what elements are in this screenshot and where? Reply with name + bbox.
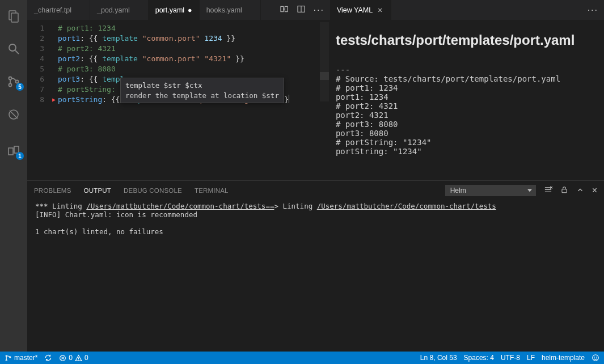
split-icon[interactable]: [297, 5, 306, 15]
tab-hooks[interactable]: hooks.yaml×: [200, 0, 261, 20]
panel-close-icon[interactable]: ×: [592, 185, 597, 196]
status-sync[interactable]: [44, 354, 52, 362]
svg-line-3: [15, 50, 19, 54]
svg-point-4: [9, 77, 12, 80]
svg-point-22: [6, 359, 7, 361]
tab-bar-left: _chartref.tpl× _pod.yaml× port.yaml● hoo…: [27, 0, 330, 20]
svg-point-31: [596, 357, 597, 358]
status-feedback-icon[interactable]: [592, 354, 599, 362]
svg-point-5: [9, 84, 12, 87]
status-encoding[interactable]: UTF-8: [501, 354, 520, 362]
svg-point-30: [594, 357, 595, 358]
diff-icon[interactable]: 1: [0, 139, 27, 162]
compare-icon[interactable]: [280, 5, 289, 15]
line-gutter: 1 2 3 4 5 6 7 8: [27, 20, 54, 180]
text-cursor: [289, 95, 289, 103]
svg-line-8: [10, 111, 18, 118]
preview-title: tests/charts/port/templates/port.yaml: [336, 32, 598, 48]
scm-badge: 5: [16, 83, 24, 91]
bottom-panel: PROBLEMS OUTPUT DEBUG CONSOLE TERMINAL H…: [27, 180, 604, 352]
tab-bar-right: View YAML× ···: [330, 0, 604, 20]
panel-tab-output[interactable]: OUTPUT: [84, 187, 111, 194]
diff-badge: 1: [16, 152, 24, 160]
source-control-icon[interactable]: 5: [0, 70, 27, 93]
tab-view-yaml[interactable]: View YAML×: [330, 0, 391, 20]
error-arrow-icon: ▶: [51, 95, 57, 105]
editor-group-left: _chartref.tpl× _pod.yaml× port.yaml● hoo…: [27, 0, 330, 180]
preview-content: --- # Source: tests/charts/port/template…: [336, 65, 598, 156]
svg-rect-11: [281, 6, 284, 11]
lock-scroll-icon[interactable]: [560, 186, 568, 195]
svg-rect-20: [562, 189, 567, 192]
more-icon[interactable]: ···: [314, 5, 324, 15]
editor-group-right: View YAML× ··· tests/charts/port/templat…: [330, 0, 604, 180]
output-content[interactable]: *** Linting /Users/mattbutcher/Code/comm…: [27, 200, 604, 352]
status-spaces[interactable]: Spaces: 4: [464, 354, 494, 362]
output-channel-select[interactable]: Helm: [445, 185, 536, 196]
status-eol[interactable]: LF: [527, 354, 535, 362]
tab-chartref[interactable]: _chartref.tpl×: [27, 0, 90, 20]
svg-point-29: [593, 355, 599, 361]
svg-rect-9: [9, 148, 13, 155]
svg-rect-12: [285, 6, 288, 11]
hover-tooltip: template $str $ctx render the template a…: [120, 78, 284, 103]
panel-tab-terminal[interactable]: TERMINAL: [195, 187, 229, 194]
minimap[interactable]: [320, 20, 329, 180]
explorer-icon[interactable]: [0, 5, 27, 27]
status-branch[interactable]: master*: [5, 354, 37, 362]
more-icon[interactable]: ···: [588, 5, 598, 15]
panel-tab-debug[interactable]: DEBUG CONSOLE: [124, 187, 182, 194]
tab-pod[interactable]: _pod.yaml×: [90, 0, 149, 20]
tab-port[interactable]: port.yaml●: [149, 0, 200, 20]
activity-bar: 5 1: [0, 0, 27, 352]
debug-icon[interactable]: [0, 103, 27, 126]
yaml-preview: tests/charts/port/templates/port.yaml --…: [330, 20, 604, 180]
clear-output-icon[interactable]: [544, 185, 552, 195]
status-bar: master* 0 0 Ln 8, Col 53 Spaces: 4 UTF-8…: [0, 352, 604, 364]
panel-tab-problems[interactable]: PROBLEMS: [34, 187, 71, 194]
svg-point-28: [78, 359, 79, 360]
status-position[interactable]: Ln 8, Col 53: [420, 354, 457, 362]
status-errors[interactable]: 0 0: [59, 354, 88, 362]
svg-rect-1: [11, 13, 18, 22]
code-editor[interactable]: 1 2 3 4 5 6 7 8 # port1: 1234 port1: {{ …: [27, 20, 330, 180]
status-language-mode[interactable]: helm-template: [542, 354, 585, 362]
panel-maximize-icon[interactable]: [576, 186, 584, 195]
svg-point-2: [9, 44, 16, 51]
svg-point-21: [6, 355, 7, 356]
search-icon[interactable]: [0, 37, 27, 60]
